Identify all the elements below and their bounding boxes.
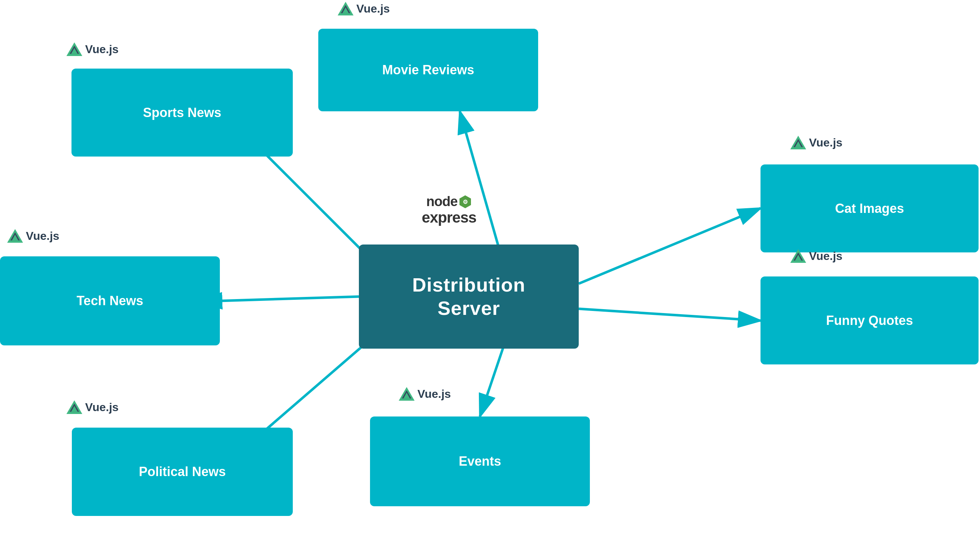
vue-logo-tech <box>7 229 23 243</box>
diagram-container: Distribution Server node ⚙ express Sport… <box>0 0 980 540</box>
svg-line-3 <box>220 297 359 301</box>
funny-quotes-node: Funny Quotes <box>760 276 978 364</box>
sports-news-node: Sports News <box>72 68 293 157</box>
movie-reviews-label: Movie Reviews <box>382 62 474 78</box>
svg-line-8 <box>480 348 503 416</box>
cat-images-node: Cat Images <box>760 164 978 253</box>
vue-logo-movie <box>338 2 353 16</box>
vue-logo-events <box>399 387 415 401</box>
political-news-label: Political News <box>138 464 226 479</box>
svg-line-7 <box>579 309 760 321</box>
tech-news-label: Tech News <box>76 293 143 308</box>
cat-images-label: Cat Images <box>835 201 904 216</box>
svg-line-5 <box>460 111 503 262</box>
sports-news-label: Sports News <box>143 105 221 120</box>
node-express-badge: node ⚙ express <box>413 194 485 225</box>
vue-badge-events: Vue.js <box>399 387 451 401</box>
vue-logo-cat <box>790 136 806 149</box>
political-news-node: Political News <box>72 427 293 516</box>
vue-badge-sports: Vue.js <box>67 42 119 56</box>
nodejs-icon: ⚙ <box>459 195 472 209</box>
vue-badge-cat: Vue.js <box>790 136 842 149</box>
vue-logo-political <box>67 400 82 414</box>
vue-logo-sports <box>67 42 82 56</box>
svg-text:⚙: ⚙ <box>463 199 468 205</box>
vue-badge-tech: Vue.js <box>7 229 59 243</box>
events-node: Events <box>370 416 590 506</box>
vue-badge-movie: Vue.js <box>338 2 390 16</box>
funny-quotes-label: Funny Quotes <box>826 313 913 328</box>
distribution-server-node: Distribution Server <box>359 245 579 349</box>
vue-logo-funny <box>790 249 806 263</box>
vue-badge-funny: Vue.js <box>790 249 842 263</box>
movie-reviews-node: Movie Reviews <box>318 29 538 111</box>
svg-line-6 <box>579 208 760 284</box>
tech-news-node: Tech News <box>0 256 220 345</box>
vue-badge-political: Vue.js <box>67 400 119 414</box>
events-label: Events <box>459 454 501 469</box>
distribution-server-label: Distribution Server <box>412 273 525 320</box>
